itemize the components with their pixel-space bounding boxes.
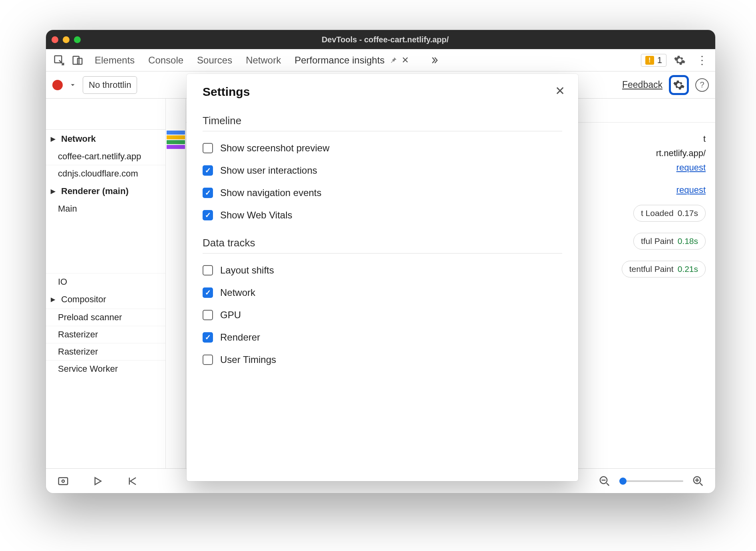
track-thread[interactable]: Compositor bbox=[46, 290, 165, 309]
track-thread[interactable]: Rasterizer bbox=[46, 343, 165, 360]
svg-point-4 bbox=[62, 480, 64, 482]
panel-settings-button[interactable] bbox=[669, 75, 689, 95]
metric-label: tful Paint bbox=[641, 236, 674, 246]
record-button[interactable] bbox=[52, 80, 63, 90]
checkbox[interactable] bbox=[203, 287, 213, 298]
track-thread[interactable]: IO bbox=[46, 273, 165, 290]
tab-network[interactable]: Network bbox=[246, 55, 281, 66]
metric-value: 0.21s bbox=[678, 264, 698, 274]
throttling-label: No throttlin bbox=[89, 80, 131, 90]
titlebar: DevTools - coffee-cart.netlify.app/ bbox=[46, 30, 715, 49]
settings-panel: Settings ✕ Timeline Show screenshot prev… bbox=[187, 74, 578, 481]
svg-rect-1 bbox=[73, 56, 79, 64]
track-network-header[interactable]: Network bbox=[46, 130, 165, 148]
settings-option[interactable]: Show navigation events bbox=[203, 187, 562, 198]
record-menu-dropdown[interactable] bbox=[69, 81, 76, 89]
preview-icon[interactable] bbox=[54, 472, 72, 490]
timeline-gutter bbox=[166, 99, 186, 468]
settings-option[interactable]: Layout shifts bbox=[203, 265, 562, 276]
settings-section-title: Timeline bbox=[203, 115, 562, 131]
devtools-settings-icon[interactable] bbox=[670, 51, 689, 69]
checkbox[interactable] bbox=[203, 165, 213, 176]
track-thread[interactable]: Rasterizer bbox=[46, 326, 165, 343]
svg-rect-2 bbox=[78, 58, 82, 64]
throttling-select[interactable]: No throttlin bbox=[83, 76, 137, 94]
window-title: DevTools - coffee-cart.netlify.app/ bbox=[61, 35, 710, 44]
svg-rect-3 bbox=[59, 478, 68, 485]
pin-icon[interactable] bbox=[389, 56, 398, 65]
checkbox[interactable] bbox=[203, 332, 213, 343]
more-menu-icon[interactable]: ⋮ bbox=[693, 51, 711, 69]
feedback-link[interactable]: Feedback bbox=[622, 79, 662, 90]
settings-option[interactable]: Network bbox=[203, 287, 562, 298]
metric-value: 0.18s bbox=[678, 236, 698, 246]
option-label: Show user interactions bbox=[220, 165, 317, 176]
zoom-out-icon[interactable] bbox=[595, 472, 614, 490]
more-tabs-icon[interactable] bbox=[430, 55, 439, 65]
details-request-link[interactable]: request bbox=[676, 163, 706, 172]
settings-option[interactable]: Renderer bbox=[203, 332, 562, 343]
play-icon[interactable] bbox=[88, 472, 107, 490]
device-toolbar-icon[interactable] bbox=[68, 51, 87, 69]
settings-option[interactable]: Show user interactions bbox=[203, 165, 562, 176]
metric-label: tentful Paint bbox=[629, 264, 674, 274]
checkbox[interactable] bbox=[203, 143, 213, 153]
tab-console[interactable]: Console bbox=[148, 55, 183, 66]
help-button[interactable]: ? bbox=[695, 78, 709, 92]
issues-badge[interactable]: ! 1 bbox=[641, 54, 666, 67]
option-label: Network bbox=[220, 287, 255, 298]
devtools-tabstrip: Elements Console Sources Network Perform… bbox=[46, 49, 715, 71]
metric-value: 0.17s bbox=[678, 208, 698, 218]
settings-option[interactable]: GPU bbox=[203, 309, 562, 321]
checkbox[interactable] bbox=[203, 355, 213, 365]
close-window-button[interactable] bbox=[52, 36, 58, 43]
jump-start-icon[interactable] bbox=[123, 472, 141, 490]
devtools-window: DevTools - coffee-cart.netlify.app/ Elem… bbox=[46, 30, 715, 493]
zoom-in-icon[interactable] bbox=[689, 472, 707, 490]
inspect-element-icon[interactable] bbox=[50, 51, 68, 69]
track-renderer-header[interactable]: Renderer (main) bbox=[46, 182, 165, 200]
option-label: GPU bbox=[220, 309, 241, 321]
checkbox[interactable] bbox=[203, 310, 213, 320]
track-thread[interactable]: Main bbox=[46, 200, 165, 217]
track-thread[interactable]: Service Worker bbox=[46, 360, 165, 377]
metric-pill: t Loaded 0.17s bbox=[633, 205, 706, 222]
track-host[interactable]: coffee-cart.netlify.app bbox=[46, 148, 165, 165]
option-label: Show Web Vitals bbox=[220, 210, 292, 221]
metric-label: t Loaded bbox=[641, 208, 674, 218]
checkbox[interactable] bbox=[203, 265, 213, 276]
option-label: Renderer bbox=[220, 332, 260, 343]
tab-elements[interactable]: Elements bbox=[95, 55, 135, 66]
tracks-panel: Network coffee-cart.netlify.app cdnjs.cl… bbox=[46, 99, 166, 468]
issues-count: 1 bbox=[657, 55, 662, 65]
settings-section-title: Data tracks bbox=[203, 237, 562, 254]
settings-title: Settings bbox=[203, 85, 562, 99]
track-host[interactable]: cdnjs.cloudflare.com bbox=[46, 165, 165, 182]
option-label: User Timings bbox=[220, 354, 276, 365]
tab-sources[interactable]: Sources bbox=[197, 55, 232, 66]
track-thread[interactable]: Preload scanner bbox=[46, 309, 165, 326]
metric-pill: tful Paint 0.18s bbox=[633, 233, 706, 250]
zoom-controls bbox=[595, 472, 707, 490]
option-label: Show navigation events bbox=[220, 187, 322, 198]
settings-close-button[interactable]: ✕ bbox=[552, 83, 568, 99]
option-label: Layout shifts bbox=[220, 265, 274, 276]
option-label: Show screenshot preview bbox=[220, 143, 329, 154]
metric-pill: tentful Paint 0.21s bbox=[622, 261, 706, 277]
zoom-slider[interactable] bbox=[619, 480, 683, 482]
checkbox[interactable] bbox=[203, 188, 213, 198]
tab-close-icon[interactable]: ✕ bbox=[402, 55, 409, 65]
settings-option[interactable]: Show Web Vitals bbox=[203, 210, 562, 221]
settings-option[interactable]: User Timings bbox=[203, 354, 562, 365]
checkbox[interactable] bbox=[203, 210, 213, 220]
settings-option[interactable]: Show screenshot preview bbox=[203, 143, 562, 154]
tab-performance-insights[interactable]: Performance insights bbox=[294, 55, 384, 66]
warning-icon: ! bbox=[645, 56, 654, 65]
details-request-link[interactable]: request bbox=[676, 185, 706, 195]
